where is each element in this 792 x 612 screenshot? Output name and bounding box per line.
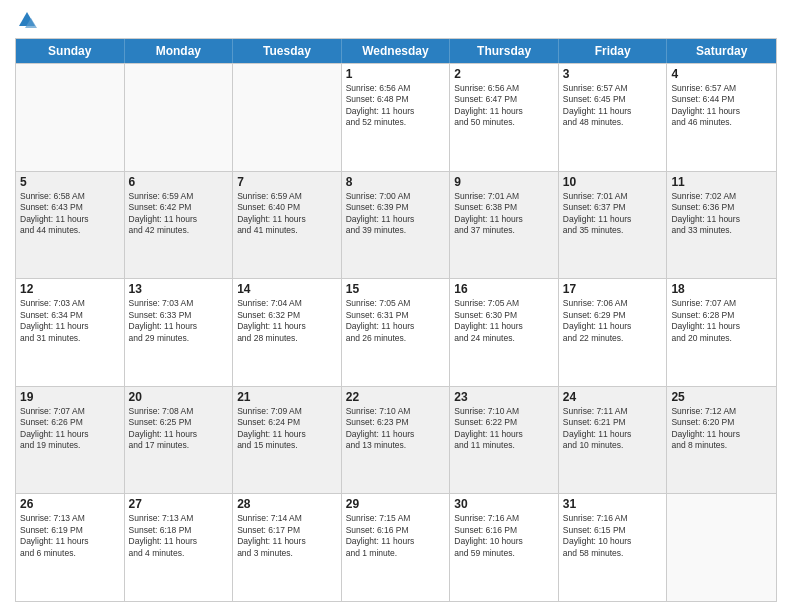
calendar-cell: 30Sunrise: 7:16 AM Sunset: 6:16 PM Dayli… [450,494,559,601]
day-number: 10 [563,175,663,189]
cell-content: Sunrise: 7:13 AM Sunset: 6:18 PM Dayligh… [129,513,229,559]
cell-content: Sunrise: 6:59 AM Sunset: 6:40 PM Dayligh… [237,191,337,237]
calendar-cell [667,494,776,601]
cell-content: Sunrise: 7:10 AM Sunset: 6:23 PM Dayligh… [346,406,446,452]
cell-content: Sunrise: 6:58 AM Sunset: 6:43 PM Dayligh… [20,191,120,237]
calendar-cell: 3Sunrise: 6:57 AM Sunset: 6:45 PM Daylig… [559,64,668,171]
day-number: 29 [346,497,446,511]
calendar-cell: 31Sunrise: 7:16 AM Sunset: 6:15 PM Dayli… [559,494,668,601]
calendar-cell: 7Sunrise: 6:59 AM Sunset: 6:40 PM Daylig… [233,172,342,279]
header [15,10,777,30]
day-number: 25 [671,390,772,404]
day-number: 9 [454,175,554,189]
day-number: 20 [129,390,229,404]
cell-content: Sunrise: 7:03 AM Sunset: 6:34 PM Dayligh… [20,298,120,344]
day-number: 22 [346,390,446,404]
calendar-row-1: 1Sunrise: 6:56 AM Sunset: 6:48 PM Daylig… [16,63,776,171]
cell-content: Sunrise: 7:05 AM Sunset: 6:31 PM Dayligh… [346,298,446,344]
cell-content: Sunrise: 7:11 AM Sunset: 6:21 PM Dayligh… [563,406,663,452]
day-number: 11 [671,175,772,189]
cell-content: Sunrise: 7:14 AM Sunset: 6:17 PM Dayligh… [237,513,337,559]
cell-content: Sunrise: 6:56 AM Sunset: 6:47 PM Dayligh… [454,83,554,129]
day-number: 31 [563,497,663,511]
day-header-wednesday: Wednesday [342,39,451,63]
calendar-cell [16,64,125,171]
calendar-row-2: 5Sunrise: 6:58 AM Sunset: 6:43 PM Daylig… [16,171,776,279]
calendar-row-5: 26Sunrise: 7:13 AM Sunset: 6:19 PM Dayli… [16,493,776,601]
day-number: 13 [129,282,229,296]
calendar-cell: 29Sunrise: 7:15 AM Sunset: 6:16 PM Dayli… [342,494,451,601]
cell-content: Sunrise: 7:07 AM Sunset: 6:28 PM Dayligh… [671,298,772,344]
day-number: 18 [671,282,772,296]
calendar-cell: 9Sunrise: 7:01 AM Sunset: 6:38 PM Daylig… [450,172,559,279]
cell-content: Sunrise: 7:16 AM Sunset: 6:15 PM Dayligh… [563,513,663,559]
cell-content: Sunrise: 7:12 AM Sunset: 6:20 PM Dayligh… [671,406,772,452]
calendar-cell: 17Sunrise: 7:06 AM Sunset: 6:29 PM Dayli… [559,279,668,386]
calendar-cell: 15Sunrise: 7:05 AM Sunset: 6:31 PM Dayli… [342,279,451,386]
cell-content: Sunrise: 7:01 AM Sunset: 6:37 PM Dayligh… [563,191,663,237]
calendar-cell: 5Sunrise: 6:58 AM Sunset: 6:43 PM Daylig… [16,172,125,279]
cell-content: Sunrise: 7:10 AM Sunset: 6:22 PM Dayligh… [454,406,554,452]
calendar: SundayMondayTuesdayWednesdayThursdayFrid… [15,38,777,602]
calendar-cell: 16Sunrise: 7:05 AM Sunset: 6:30 PM Dayli… [450,279,559,386]
calendar-cell: 23Sunrise: 7:10 AM Sunset: 6:22 PM Dayli… [450,387,559,494]
calendar-row-3: 12Sunrise: 7:03 AM Sunset: 6:34 PM Dayli… [16,278,776,386]
logo-icon [17,10,37,30]
cell-content: Sunrise: 7:02 AM Sunset: 6:36 PM Dayligh… [671,191,772,237]
cell-content: Sunrise: 7:01 AM Sunset: 6:38 PM Dayligh… [454,191,554,237]
day-number: 3 [563,67,663,81]
page: SundayMondayTuesdayWednesdayThursdayFrid… [0,0,792,612]
cell-content: Sunrise: 6:57 AM Sunset: 6:45 PM Dayligh… [563,83,663,129]
calendar-cell: 14Sunrise: 7:04 AM Sunset: 6:32 PM Dayli… [233,279,342,386]
cell-content: Sunrise: 7:16 AM Sunset: 6:16 PM Dayligh… [454,513,554,559]
day-number: 27 [129,497,229,511]
cell-content: Sunrise: 7:05 AM Sunset: 6:30 PM Dayligh… [454,298,554,344]
calendar-cell: 11Sunrise: 7:02 AM Sunset: 6:36 PM Dayli… [667,172,776,279]
cell-content: Sunrise: 6:56 AM Sunset: 6:48 PM Dayligh… [346,83,446,129]
day-number: 1 [346,67,446,81]
cell-content: Sunrise: 7:13 AM Sunset: 6:19 PM Dayligh… [20,513,120,559]
cell-content: Sunrise: 6:59 AM Sunset: 6:42 PM Dayligh… [129,191,229,237]
day-number: 2 [454,67,554,81]
day-number: 23 [454,390,554,404]
cell-content: Sunrise: 7:09 AM Sunset: 6:24 PM Dayligh… [237,406,337,452]
calendar-cell: 28Sunrise: 7:14 AM Sunset: 6:17 PM Dayli… [233,494,342,601]
calendar-cell: 10Sunrise: 7:01 AM Sunset: 6:37 PM Dayli… [559,172,668,279]
day-number: 12 [20,282,120,296]
day-header-tuesday: Tuesday [233,39,342,63]
calendar-cell: 26Sunrise: 7:13 AM Sunset: 6:19 PM Dayli… [16,494,125,601]
cell-content: Sunrise: 7:04 AM Sunset: 6:32 PM Dayligh… [237,298,337,344]
day-number: 28 [237,497,337,511]
cell-content: Sunrise: 7:06 AM Sunset: 6:29 PM Dayligh… [563,298,663,344]
calendar-cell: 13Sunrise: 7:03 AM Sunset: 6:33 PM Dayli… [125,279,234,386]
day-header-monday: Monday [125,39,234,63]
calendar-cell: 6Sunrise: 6:59 AM Sunset: 6:42 PM Daylig… [125,172,234,279]
logo [15,10,37,30]
cell-content: Sunrise: 7:00 AM Sunset: 6:39 PM Dayligh… [346,191,446,237]
day-number: 14 [237,282,337,296]
calendar-header: SundayMondayTuesdayWednesdayThursdayFrid… [16,39,776,63]
day-number: 8 [346,175,446,189]
day-header-saturday: Saturday [667,39,776,63]
calendar-body: 1Sunrise: 6:56 AM Sunset: 6:48 PM Daylig… [16,63,776,601]
day-number: 30 [454,497,554,511]
cell-content: Sunrise: 6:57 AM Sunset: 6:44 PM Dayligh… [671,83,772,129]
calendar-cell: 24Sunrise: 7:11 AM Sunset: 6:21 PM Dayli… [559,387,668,494]
calendar-cell: 18Sunrise: 7:07 AM Sunset: 6:28 PM Dayli… [667,279,776,386]
calendar-cell [233,64,342,171]
calendar-cell: 8Sunrise: 7:00 AM Sunset: 6:39 PM Daylig… [342,172,451,279]
calendar-cell: 2Sunrise: 6:56 AM Sunset: 6:47 PM Daylig… [450,64,559,171]
day-number: 21 [237,390,337,404]
cell-content: Sunrise: 7:08 AM Sunset: 6:25 PM Dayligh… [129,406,229,452]
day-number: 7 [237,175,337,189]
calendar-cell: 1Sunrise: 6:56 AM Sunset: 6:48 PM Daylig… [342,64,451,171]
day-number: 5 [20,175,120,189]
calendar-cell: 27Sunrise: 7:13 AM Sunset: 6:18 PM Dayli… [125,494,234,601]
cell-content: Sunrise: 7:15 AM Sunset: 6:16 PM Dayligh… [346,513,446,559]
calendar-cell: 21Sunrise: 7:09 AM Sunset: 6:24 PM Dayli… [233,387,342,494]
day-number: 16 [454,282,554,296]
calendar-cell: 4Sunrise: 6:57 AM Sunset: 6:44 PM Daylig… [667,64,776,171]
calendar-cell: 19Sunrise: 7:07 AM Sunset: 6:26 PM Dayli… [16,387,125,494]
calendar-cell [125,64,234,171]
calendar-cell: 25Sunrise: 7:12 AM Sunset: 6:20 PM Dayli… [667,387,776,494]
